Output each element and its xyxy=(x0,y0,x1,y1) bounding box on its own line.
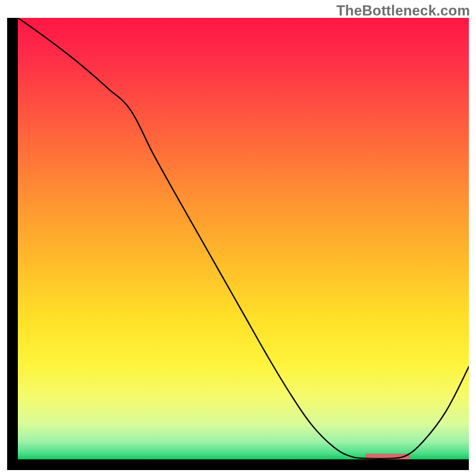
plot-background xyxy=(18,18,469,459)
y-axis xyxy=(7,18,18,470)
watermark-text: TheBottleneck.com xyxy=(336,2,470,19)
page-root: TheBottleneck.com xyxy=(0,0,476,476)
chart-svg xyxy=(7,18,469,470)
x-axis xyxy=(7,459,469,470)
chart-frame xyxy=(7,18,469,470)
